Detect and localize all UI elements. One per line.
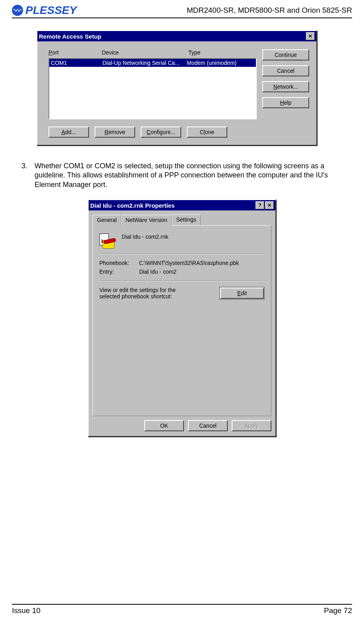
tab-general[interactable]: General xyxy=(93,215,121,226)
col-port-first: P xyxy=(48,49,52,56)
add-button[interactable]: Add... xyxy=(48,127,89,138)
logo-mark-icon xyxy=(12,5,23,16)
tab-panel-settings: Dial Idu - com2.rnk Phonebook: C:\WINNT\… xyxy=(93,225,271,416)
shortcut-name: Dial Idu - com2.rnk xyxy=(122,234,168,240)
remove-button[interactable]: Remove xyxy=(95,127,135,138)
col-device: Device xyxy=(102,49,188,56)
divider xyxy=(99,253,265,254)
edit-button[interactable]: Edit xyxy=(220,288,264,299)
tab-settings[interactable]: Settings xyxy=(172,214,201,225)
dialog-title: Remote Access Setup xyxy=(39,33,101,40)
step-number: 3. xyxy=(21,162,27,189)
entry-label: Entry: xyxy=(99,269,135,275)
remote-access-setup-dialog: Remote Access Setup ✕ Port Device Type C… xyxy=(37,30,317,146)
cell-port: COM1 xyxy=(51,60,103,66)
continue-button[interactable]: Continue xyxy=(262,49,309,60)
configure-button[interactable]: Configure... xyxy=(141,127,181,138)
tab-strip: General NetWare Version Settings xyxy=(93,214,275,225)
entry-value: Dial Idu - com2 xyxy=(139,269,176,275)
network-button[interactable]: Network... xyxy=(262,81,309,92)
tab-netware[interactable]: NetWare Version xyxy=(121,215,172,226)
cell-device: Dial-Up Networking Serial Ca... xyxy=(103,60,187,66)
list-item[interactable]: COM1 Dial-Up Networking Serial Ca... Mod… xyxy=(49,59,256,67)
ok-button[interactable]: OK xyxy=(144,420,184,431)
cancel-button[interactable]: Cancel xyxy=(262,65,309,76)
dialog-titlebar: Remote Access Setup ✕ xyxy=(37,31,316,41)
divider xyxy=(99,280,265,281)
close-icon[interactable]: ✕ xyxy=(265,201,274,209)
logo-text: PLESSEY xyxy=(25,4,77,17)
close-icon[interactable]: ✕ xyxy=(306,32,315,40)
list-header: Port Device Type xyxy=(48,49,257,56)
phonebook-value: C:\WINNT\System32\RAS\rasphone.pbk xyxy=(139,260,239,266)
document-header: PLESSEY MDR2400-SR, MDR5800-SR and Orion… xyxy=(12,4,352,18)
document-title: MDR2400-SR, MDR5800-SR and Orion 5825-SR xyxy=(187,6,352,15)
help-button[interactable]: Help xyxy=(262,97,309,108)
shortcut-phone-icon xyxy=(99,234,114,248)
help-icon[interactable]: ? xyxy=(256,201,264,209)
cell-type: Modem (unimodem) xyxy=(187,60,254,66)
apply-button[interactable]: Apply xyxy=(232,420,271,431)
col-type: Type xyxy=(188,49,257,56)
clone-button[interactable]: Clone xyxy=(187,127,227,138)
port-listbox[interactable]: COM1 Dial-Up Networking Serial Ca... Mod… xyxy=(48,58,257,119)
cancel-button[interactable]: Cancel xyxy=(188,420,228,431)
properties-dialog: Dial Idu - com2.rnk Properties ? ✕ Gener… xyxy=(88,199,276,437)
instruction-step: 3. Whether COM1 or COM2 is selected, set… xyxy=(21,162,352,189)
step-text: Whether COM1 or COM2 is selected, setup … xyxy=(35,162,352,189)
phonebook-label: Phonebook: xyxy=(99,260,135,266)
logo: PLESSEY xyxy=(12,4,77,17)
dialog-title: Dial Idu - com2.rnk Properties xyxy=(90,202,175,209)
document-footer: Issue 10 Page 72 xyxy=(12,604,352,615)
edit-hint: View or edit the settings for the select… xyxy=(99,287,187,300)
dialog-titlebar: Dial Idu - com2.rnk Properties ? ✕ xyxy=(89,200,275,210)
col-port: ort xyxy=(52,49,58,56)
issue-number: Issue 10 xyxy=(12,606,41,615)
page-number: Page 72 xyxy=(324,606,352,615)
